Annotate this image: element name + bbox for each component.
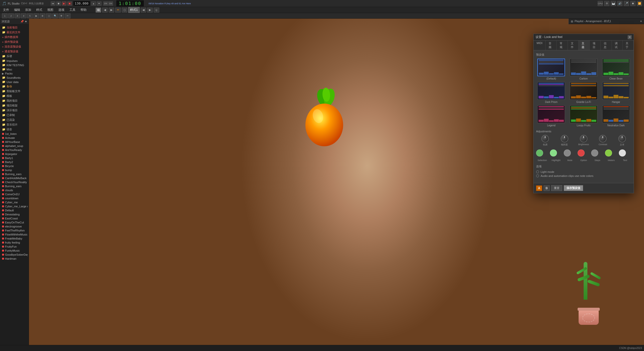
theme-card-carbon[interactable]: Carbon (569, 59, 599, 80)
tab-info[interactable]: 信息 (601, 41, 612, 50)
menu-tools[interactable]: 工具 (68, 7, 76, 13)
sidebar-item-misc[interactable]: 📁 Misc (1, 67, 28, 71)
sidebar-item-project-frame[interactable]: 📁 项目框架 (1, 103, 28, 108)
sidebar-pin-btn[interactable]: 📌 (20, 20, 24, 23)
sidebar-item-electrogroove[interactable]: electrogroove (1, 224, 28, 228)
sidebar-item-freakmebaby[interactable]: FreakMeBaby (1, 237, 28, 241)
sidebar-item-plugin-db[interactable]: + 插件数据库 (1, 35, 28, 40)
sidebar-item-user-data[interactable]: 📁 User data (1, 80, 28, 84)
sidebar-item-plugin-presets[interactable]: + 插件预设值 (1, 40, 28, 44)
highlight-color[interactable] (550, 149, 557, 157)
next-btn[interactable]: ▶ (109, 8, 114, 13)
sidebar-item-easyonthecut[interactable]: EasyOnTheCut (1, 220, 28, 224)
reset-btn[interactable]: 重置 (551, 185, 562, 191)
tb2-zoom[interactable]: 🔍 (52, 13, 58, 18)
draw-btn[interactable]: ✏ (115, 8, 121, 13)
sidebar-item-alphabet-soup[interactable]: alphabet_soup (1, 144, 28, 148)
sidebar-item-impulses[interactable]: 📁 Impulses (1, 59, 28, 63)
contrast-knob[interactable] (599, 135, 607, 142)
tb2-btn5[interactable]: 5 (27, 13, 33, 18)
sidebar-item-current-project[interactable]: 📁 当前项目 (1, 25, 28, 30)
sidebar-item-demo[interactable]: 📁 演示项目 (1, 108, 28, 113)
theme-card-granitelofi[interactable]: Granite Lo-Fi (569, 82, 599, 103)
sidebar-item-clouds[interactable]: clouds (1, 188, 28, 192)
sidebar-item-packs[interactable]: ▶ Packs (1, 71, 28, 75)
bpm-display[interactable]: 130.000 (73, 1, 90, 6)
sidebar-item-recent[interactable]: 📁 最近的文件 (1, 30, 28, 35)
tb2-move[interactable]: ✥ (59, 13, 64, 18)
sidebar-item-soundfonts[interactable]: 📁 Soundfonts (1, 75, 28, 80)
prev-pattern[interactable]: ◀ (141, 8, 146, 13)
bpm-up[interactable]: ▲ (91, 2, 96, 6)
sidebar-item-chopper[interactable]: Burning_ears (1, 184, 28, 188)
sidebar-item-scores[interactable]: 📁 乐谱 (1, 54, 28, 59)
menu-help[interactable]: 帮助 (79, 7, 88, 13)
radio-dot-notecolors[interactable] (536, 174, 539, 177)
tb2-btn2[interactable]: 2 (8, 13, 14, 18)
tb2-cut[interactable]: ✂ (65, 13, 70, 18)
snap-btn[interactable]: 磁 (96, 8, 101, 13)
sidebar-item-burning-ears[interactable]: Burning_ears (1, 172, 28, 176)
tab-project[interactable]: 项目 (590, 41, 601, 50)
sidebar-item-countdown[interactable]: countdown (1, 196, 28, 200)
save-presets-btn[interactable]: 保存预设值 (564, 185, 583, 191)
menu-file[interactable]: 文件 (2, 7, 10, 13)
sidebar-item-funkymusic[interactable]: FunkyMusic (1, 249, 28, 253)
sidebar-item-allyourbase[interactable]: AllYourBase (1, 140, 28, 144)
sidebar-item-slices[interactable]: 📁 音乐切片 (1, 122, 28, 127)
sidebar-item-comeondj[interactable]: ComeOnDJ (1, 192, 28, 196)
steps-color[interactable] (591, 149, 598, 157)
sidebar-item-channel-presets[interactable]: + 通道预设值 (1, 49, 28, 54)
tb2-btn1[interactable]: 1 (2, 13, 8, 18)
menu-view[interactable]: 视图 (46, 7, 54, 13)
tab-general[interactable]: 常规 (557, 41, 568, 50)
theme-card-cleanbean[interactable]: Clean Bean (601, 59, 631, 80)
sidebar-item-my-projects[interactable]: 📁 我的项目 (1, 98, 28, 103)
sidebar-item-fruity-feeling[interactable]: fruity feeling (1, 241, 28, 245)
sidebar-item-flowwiththemusic[interactable]: FlowWiththeMusic (1, 232, 28, 237)
tb2-btn4[interactable]: 4 (21, 13, 26, 18)
erase-btn[interactable]: ◻ (122, 8, 127, 13)
theme-card-default[interactable]: (Default) (536, 59, 567, 80)
tab-file[interactable]: 文件 (568, 41, 579, 50)
sidebar-item-templates[interactable]: 📁 模板 (1, 94, 28, 98)
record-btn[interactable]: ⏺ (67, 2, 72, 6)
sidebar-item-fruityfun[interactable]: FruityFun (1, 245, 28, 249)
mic-icon[interactable]: 🎤 (624, 1, 629, 6)
sidebar-item-mixer-presets[interactable]: + 混音器预设值 (1, 44, 28, 49)
saturation-knob[interactable] (561, 135, 568, 142)
sidebar-item-feeltherhythm[interactable]: FeelTheRhythm (1, 228, 28, 232)
playlist-close-btn[interactable]: ✕ (640, 20, 642, 23)
theme-card-hangar[interactable]: Hangar (601, 82, 631, 103)
play-btn[interactable]: ▶ (62, 2, 66, 6)
option-color[interactable] (578, 149, 585, 157)
prev-btn[interactable]: ◀ (102, 8, 108, 13)
sidebar-item-cyber-me-large[interactable]: Cyber_me_Large male (1, 204, 28, 208)
brightness-knob[interactable] (580, 135, 587, 142)
tab-audio[interactable]: 音频 (546, 41, 557, 50)
rewind-btn[interactable]: ⏮ (51, 2, 55, 6)
menu-edit[interactable]: 编辑 (13, 7, 21, 13)
sidebar-item-areyouready[interactable]: AreYouReady (1, 148, 28, 152)
sidebar-item-clipboard[interactable]: 📁 剪贴板文件 (1, 89, 28, 94)
sidebar-item-cyber-me[interactable]: Cyber_me (1, 200, 28, 204)
menu-add[interactable]: 添加 (24, 7, 32, 13)
theme-card-loopyfruits[interactable]: Loopy Fruits (569, 105, 599, 127)
tb2-btn7[interactable]: ⊕ (40, 13, 45, 18)
mute-color[interactable] (564, 149, 571, 157)
sidebar-item-default[interactable]: Default (1, 208, 28, 212)
sidebar-item-rendered[interactable]: 📁 已流染 (1, 118, 28, 122)
font-btn-b[interactable]: B (544, 185, 550, 191)
tb2-btn3[interactable]: 3 (15, 13, 20, 18)
audio-icon[interactable]: 🔊 (617, 1, 622, 6)
menu-options[interactable]: 选项 (57, 7, 65, 13)
stop-btn[interactable]: ⏹ (56, 2, 61, 6)
sidebar-item-1st-listen[interactable]: 1st_listen (1, 132, 28, 136)
text-color[interactable] (619, 149, 626, 157)
theme-card-darkprism[interactable]: Dark Prism (536, 82, 567, 103)
dialog-close-btn[interactable]: ✕ (628, 35, 632, 39)
font-btn-a[interactable]: A (536, 185, 542, 191)
theme-card-legend[interactable]: Legend (536, 105, 567, 127)
sidebar-item-bump[interactable]: bump (1, 168, 28, 172)
tb2-select[interactable]: ◻ (46, 13, 52, 18)
